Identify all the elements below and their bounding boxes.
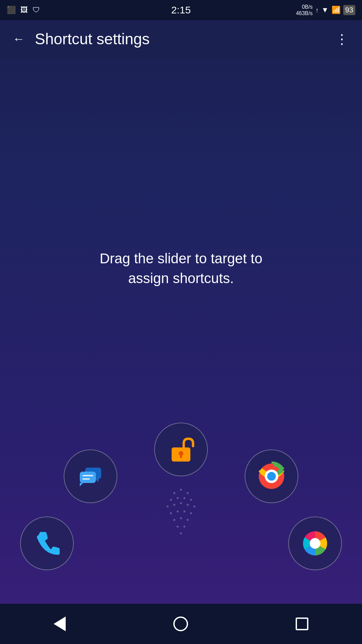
svg-point-16 [173,519,175,521]
svg-point-3 [170,499,172,501]
nav-bar [0,604,362,644]
status-time: 2:15 [171,4,191,16]
svg-point-14 [183,511,185,513]
svg-marker-28 [80,483,83,486]
svg-point-20 [183,526,185,528]
svg-line-36 [260,470,266,474]
home-nav-icon [173,616,188,631]
svg-point-13 [177,511,179,513]
svg-point-18 [187,519,189,521]
main-content: Drag the slider to target to assign shor… [0,58,362,604]
svg-rect-29 [82,475,93,476]
back-nav-icon [54,616,66,631]
status-bar-left: ⬛ 🖼 🛡 [7,6,40,14]
nav-recents-button[interactable] [279,611,325,637]
signal-icon: 📶 [331,6,341,14]
recents-nav-icon [296,618,308,630]
signal-up-icon: ↑ [315,6,319,14]
svg-point-10 [187,504,189,506]
svg-point-17 [180,517,182,519]
svg-point-19 [177,526,179,528]
svg-point-8 [173,504,175,506]
shield-icon: 🛡 [33,6,40,14]
chrome-shortcut-icon[interactable] [245,449,298,503]
svg-point-4 [177,497,179,499]
svg-point-1 [180,489,182,491]
svg-point-12 [170,512,172,514]
app-bar: ← Shortcut settings ⋮ [0,20,362,58]
svg-point-5 [183,497,185,499]
lock-shortcut-icon[interactable] [154,423,208,476]
instruction-text: Drag the slider to target to assign shor… [90,249,272,288]
wifi-icon: ▼ [321,6,329,14]
svg-point-11 [193,505,195,507]
image-icon: 🖼 [20,6,28,14]
status-bar-right: 0B/s 463B/s ↑ ▼ 📶 93 [296,4,355,16]
more-options-button[interactable]: ⋮ [332,28,353,50]
page-title: Shortcut settings [35,30,332,48]
back-button[interactable]: ← [9,29,28,49]
svg-point-39 [310,538,320,549]
svg-point-2 [187,492,189,494]
svg-point-0 [173,492,175,494]
svg-rect-24 [180,455,182,458]
shortcut-area [0,396,362,604]
network-speed: 0B/s 463B/s [296,4,313,16]
nav-home-button[interactable] [157,610,205,638]
svg-rect-27 [80,472,96,483]
svg-point-15 [190,512,192,514]
svg-point-21 [180,532,182,534]
svg-point-7 [167,505,169,507]
svg-rect-30 [82,478,90,480]
svg-point-38 [267,472,276,481]
nav-back-button[interactable] [37,610,82,638]
status-bar: ⬛ 🖼 🛡 2:15 0B/s 463B/s ↑ ▼ 📶 93 [0,0,362,20]
camera-shortcut-icon[interactable] [288,517,342,570]
messages-shortcut-icon[interactable] [64,449,117,503]
svg-point-9 [180,502,182,504]
battery-icon: 93 [343,5,355,15]
svg-line-35 [277,470,283,474]
phone-shortcut-icon[interactable] [20,517,74,570]
dot-pattern [154,483,208,550]
screen-cast-icon: ⬛ [7,6,16,14]
svg-point-6 [190,499,192,501]
